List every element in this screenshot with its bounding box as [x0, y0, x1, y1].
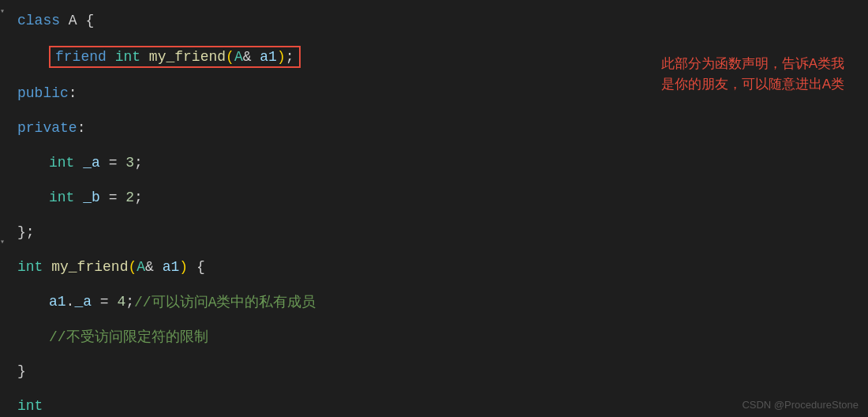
line-2: friend int my_friend ( A & a1 ) ; 此部分为函数… — [11, 38, 868, 76]
line-3: public : — [11, 76, 868, 111]
token-class: class — [17, 13, 60, 28]
token-int-next: int — [17, 398, 43, 414]
token-private: private — [17, 120, 77, 136]
token-num-4: 4 — [117, 294, 125, 310]
collapse-icon-1[interactable]: ▾ — [0, 6, 5, 16]
gutter: ▾ ▾ — [0, 0, 11, 417]
collapse-icon-8[interactable]: ▾ — [0, 237, 5, 246]
watermark: CSDN @ProcedureStone — [742, 399, 859, 411]
token-public: public — [17, 85, 69, 101]
line-6: int _b = 2 ; — [11, 180, 868, 215]
line-10: //不受访问限定符的限制 — [11, 319, 868, 354]
line-12: int — [11, 389, 868, 417]
token-A-type: A — [234, 49, 243, 65]
token-a1-def: a1 — [163, 259, 180, 275]
line-5: int _a = 3 ; — [11, 145, 868, 180]
line-11: } — [11, 354, 868, 389]
line-1: class A { — [11, 3, 868, 38]
editor: ▾ ▾ class A { friend int my_friend ( A — [0, 0, 868, 417]
token-num-2: 2 — [125, 190, 134, 205]
token-a1-param: a1 — [260, 49, 277, 65]
friend-declaration-box: friend int my_friend ( A & a1 ) ; — [49, 46, 301, 68]
token-num-3: 3 — [125, 155, 134, 171]
token-a-member: _a — [74, 294, 92, 310]
token-a1-use: a1 — [49, 294, 66, 310]
token-classname: A — [69, 13, 77, 28]
token-var-a: _a — [83, 155, 100, 171]
token-comment-2: //不受访问限定符的限制 — [49, 327, 208, 346]
line-7: }; — [11, 215, 868, 250]
token-int-ret: int — [17, 259, 43, 275]
token-friend: friend — [55, 49, 107, 65]
token-int-a: int — [49, 155, 74, 171]
token-A-param-type: A — [137, 259, 145, 275]
token-int-b: int — [49, 190, 74, 205]
token-int-friend: int — [115, 49, 140, 65]
line-9: a1 . _a = 4 ; //可以访问A类中的私有成员 — [11, 284, 868, 319]
token-myfriend-fn: my_friend — [149, 49, 226, 65]
line-8: int my_friend ( A & a1 ) { — [11, 250, 868, 284]
token-myfriend-def: my_friend — [51, 259, 128, 275]
code-area: class A { friend int my_friend ( A & a1 … — [11, 0, 868, 417]
line-4: private : — [11, 111, 868, 145]
token-var-b: _b — [83, 190, 100, 205]
token-comment-1: //可以访问A类中的私有成员 — [134, 292, 316, 311]
